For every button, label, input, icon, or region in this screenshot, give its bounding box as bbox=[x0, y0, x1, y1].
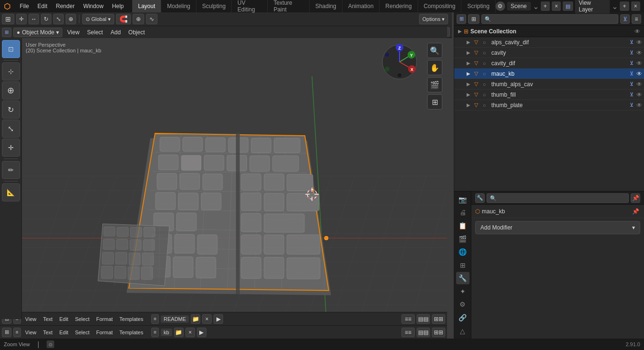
outliner-item-cavity[interactable]: ▶ ▽ ○ cavity ⊻ 👁 bbox=[454, 48, 644, 58]
menu-render[interactable]: Render bbox=[52, 2, 78, 10]
toolbar-cursor-btn[interactable]: ✛ bbox=[16, 14, 27, 24]
outliner-item-mauc-kb[interactable]: ▶ ▽ ○ mauc_kb ⊻ 👁 bbox=[454, 69, 644, 79]
tool-annotate[interactable]: ✏ bbox=[2, 161, 20, 179]
props-tab-constraints[interactable]: 🔗 bbox=[456, 311, 469, 324]
bottombar2-play-btn[interactable]: ▶ bbox=[197, 328, 206, 337]
bottombar2-toggle-btn1[interactable]: ≡≡ bbox=[401, 328, 415, 337]
outliner-sort-btn[interactable]: ≡ bbox=[632, 14, 641, 24]
tool-scale[interactable]: ⤡ bbox=[2, 120, 20, 138]
item-visibility-icon-3[interactable]: 👁 bbox=[636, 60, 642, 67]
props-tab-render[interactable]: 📷 bbox=[456, 193, 469, 206]
viewport-3d[interactable]: User Perspective (20) Scene Collection |… bbox=[22, 38, 447, 319]
outliner-search-input[interactable] bbox=[481, 14, 618, 24]
bottombar1-format-btn[interactable]: Format bbox=[94, 315, 115, 323]
tool-cursor[interactable]: ⊹ bbox=[2, 62, 20, 80]
bottombar1-close-btn[interactable]: × bbox=[202, 314, 212, 324]
bottombar2-edit-btn[interactable]: Edit bbox=[57, 329, 71, 336]
bottombar1-select-btn[interactable]: Select bbox=[73, 315, 92, 323]
bottombar1-templates-btn[interactable]: Templates bbox=[117, 315, 146, 323]
proportional-type-btn[interactable]: ∿ bbox=[146, 14, 157, 24]
bottombar2-select-btn[interactable]: Select bbox=[73, 329, 92, 336]
outliner-mode-btn[interactable]: ⊞ bbox=[468, 14, 479, 24]
header-select-btn[interactable]: Select bbox=[84, 28, 106, 37]
bottombar2-view-btn[interactable]: View bbox=[23, 329, 39, 336]
header-view-btn[interactable]: View bbox=[64, 28, 82, 37]
props-tab-physics[interactable]: ⚙ bbox=[456, 299, 469, 311]
object-mode-dropdown[interactable]: ● Object Mode ▾ bbox=[13, 28, 62, 37]
proportional-btn[interactable]: ⊕ bbox=[133, 14, 144, 24]
props-pin-object-btn[interactable]: 📌 bbox=[631, 207, 640, 216]
bottombar2-format-btn[interactable]: Format bbox=[94, 329, 115, 336]
props-tab-modifiers[interactable]: 🔧 bbox=[456, 272, 469, 284]
toolbar-move-btn[interactable]: ↔ bbox=[29, 14, 39, 24]
item-visibility-icon-5[interactable]: 👁 bbox=[636, 81, 642, 88]
tab-uv-editing[interactable]: UV Editing bbox=[232, 0, 268, 12]
tool-transform[interactable]: ✛ bbox=[2, 139, 20, 157]
props-tab-output[interactable]: 🖨 bbox=[456, 207, 469, 219]
tab-layout[interactable]: Layout bbox=[132, 0, 161, 12]
topbar-icon-btn[interactable]: ⚙ bbox=[496, 1, 505, 11]
props-tab-scene[interactable]: 🎬 bbox=[456, 233, 469, 245]
view-layer-name[interactable]: View Layer bbox=[575, 0, 610, 14]
snap-btn[interactable]: 🧲 bbox=[116, 14, 131, 24]
viewport-icon-btn[interactable]: ⊞ bbox=[2, 28, 11, 37]
props-tab-world[interactable]: 🌐 bbox=[456, 246, 469, 258]
viewlayer-remove-btn[interactable]: × bbox=[631, 1, 640, 11]
menu-help[interactable]: Help bbox=[108, 2, 128, 10]
item-visibility-icon-4[interactable]: 👁 bbox=[636, 70, 642, 77]
toolbar-scale-btn[interactable]: ⤡ bbox=[53, 14, 64, 24]
props-icon-btn[interactable]: 🔧 bbox=[475, 193, 485, 203]
props-tab-particles[interactable]: ✦ bbox=[456, 285, 469, 298]
bottombar1-play-btn[interactable]: ▶ bbox=[214, 314, 223, 324]
bottombar1-toggle-btn2[interactable]: ▤▤ bbox=[417, 314, 430, 324]
tab-sculpting[interactable]: Sculpting bbox=[196, 0, 232, 12]
add-modifier-btn[interactable]: Add Modifier ▾ bbox=[475, 221, 640, 234]
toolbar-rotate-btn[interactable]: ↻ bbox=[41, 14, 51, 24]
scene-remove-btn[interactable]: × bbox=[552, 1, 561, 11]
menu-edit[interactable]: Edit bbox=[34, 2, 51, 10]
props-tab-data[interactable]: △ bbox=[456, 325, 469, 337]
props-search-input[interactable] bbox=[487, 193, 629, 203]
bottombar1-toggle-btn3[interactable]: ⊞⊞ bbox=[432, 314, 445, 324]
pan-btn[interactable]: ✋ bbox=[427, 60, 442, 75]
bottombar1-folder-icon-btn[interactable]: 📁 bbox=[191, 314, 200, 324]
bottombar2-type-btn[interactable]: ≡ bbox=[13, 328, 21, 337]
item-visibility-icon-6[interactable]: 👁 bbox=[636, 91, 642, 98]
outliner-item-alps-cavity-dif[interactable]: ▶ ▽ ○ alps_cavity_dif ⊻ 👁 bbox=[454, 37, 644, 48]
view-layer-icon[interactable]: ▤ bbox=[563, 1, 573, 11]
tool-measure[interactable]: 📐 bbox=[2, 183, 20, 201]
toolbar-select-icon-btn[interactable]: ⊞ bbox=[2, 14, 14, 24]
header-object-btn[interactable]: Object bbox=[126, 28, 148, 37]
bottombar1-text-btn[interactable]: Text bbox=[41, 315, 55, 323]
bottombar2-toggle-btn3[interactable]: ⊞⊞ bbox=[432, 328, 445, 337]
scene-add-btn[interactable]: + bbox=[541, 1, 550, 11]
tool-select-box[interactable]: ⊡ bbox=[2, 40, 20, 58]
options-btn[interactable]: Options ▾ bbox=[419, 14, 448, 24]
ortho-btn[interactable]: ⊞ bbox=[427, 94, 442, 110]
tab-shading[interactable]: Shading bbox=[310, 0, 342, 12]
zoom-in-btn[interactable]: 🔍 bbox=[427, 43, 442, 58]
bottombar2-close-btn[interactable]: × bbox=[185, 328, 195, 337]
camera-btn[interactable]: 🎬 bbox=[427, 77, 442, 92]
outliner-item-thumb-alps-cav[interactable]: ▶ ▽ ○ thumb_alps_cav ⊻ 👁 bbox=[454, 79, 644, 90]
tool-move[interactable]: ⊕ bbox=[2, 81, 20, 100]
header-add-btn[interactable]: Add bbox=[107, 28, 123, 37]
item-visibility-icon-2[interactable]: 👁 bbox=[636, 50, 642, 56]
bottombar2-text-btn[interactable]: Text bbox=[41, 329, 55, 336]
bottombar1-toggle-btn1[interactable]: ≡≡ bbox=[401, 314, 415, 324]
props-pin-btn[interactable]: 📌 bbox=[631, 193, 640, 203]
pivot-dropdown-btn[interactable]: ⊙ Global ▾ bbox=[82, 14, 114, 24]
item-visibility-icon[interactable]: 👁 bbox=[636, 39, 642, 46]
tab-modeling[interactable]: Modeling bbox=[161, 0, 196, 12]
props-tab-object[interactable]: ⊞ bbox=[456, 259, 469, 271]
toolbar-transform-btn[interactable]: ⊕ bbox=[66, 14, 76, 24]
menu-window[interactable]: Window bbox=[79, 2, 107, 10]
menu-file[interactable]: File bbox=[16, 2, 32, 10]
tab-rendering[interactable]: Rendering bbox=[380, 0, 418, 12]
scene-collection-visibility-icon[interactable]: 👁 bbox=[634, 28, 640, 35]
bottombar2-templates-btn[interactable]: Templates bbox=[117, 329, 146, 336]
bottombar1-filebrowser-btn[interactable]: ≡ bbox=[151, 314, 159, 324]
outliner-item-cavity-dif[interactable]: ▶ ▽ ○ cavity_dif ⊻ 👁 bbox=[454, 58, 644, 69]
bottombar1-edit-btn[interactable]: Edit bbox=[57, 315, 71, 323]
bottombar2-filebrowser-btn[interactable]: ≡ bbox=[151, 328, 159, 337]
